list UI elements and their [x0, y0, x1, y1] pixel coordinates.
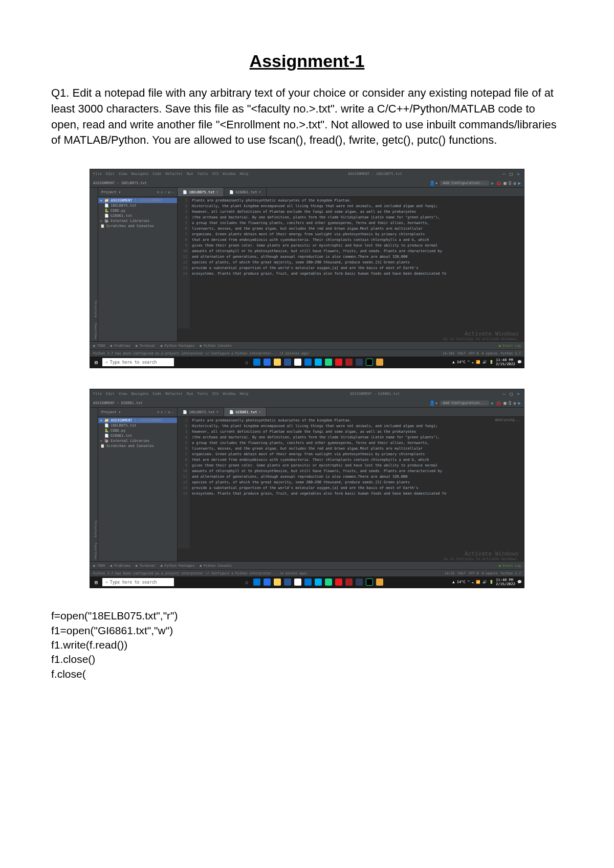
tree-item[interactable]: 📄 GI6861.txt — [98, 433, 177, 438]
gear-icon[interactable]: ✿ — [168, 410, 170, 414]
menu-run[interactable]: Run — [187, 392, 193, 396]
maximize-icon[interactable]: □ — [509, 391, 514, 396]
menu-tools[interactable]: Tools — [198, 172, 208, 176]
network-icon[interactable]: 📶 — [476, 360, 480, 364]
taskbar-search[interactable]: ⌕ Type here to search — [102, 578, 174, 586]
structure-tab[interactable]: Structure — [90, 521, 98, 538]
onedrive-icon[interactable]: ☁ — [472, 580, 474, 584]
add-configuration-button[interactable]: Add Configuration... — [440, 400, 489, 406]
explorer-icon[interactable] — [274, 359, 281, 366]
pycharm2-icon[interactable] — [366, 578, 373, 586]
status-item[interactable]: 14:302 — [443, 351, 454, 355]
project-dropdown[interactable]: Project ▾ — [101, 190, 121, 194]
search-icon[interactable]: Q — [509, 400, 511, 406]
close-icon[interactable]: ✕ — [516, 391, 521, 396]
menu-tools[interactable]: Tools — [198, 392, 208, 396]
vscode-icon[interactable] — [304, 578, 312, 586]
editor-tab[interactable]: 📄GI6861.txt× — [224, 408, 267, 416]
close-icon[interactable]: ✕ — [516, 171, 521, 176]
weather-widget[interactable]: ▲ 14°C — [452, 360, 465, 364]
bottom-tab-python-packages[interactable]: ● Python Packages — [161, 564, 195, 568]
bottom-tab-python-packages[interactable]: ● Python Packages — [161, 344, 195, 348]
hide-icon[interactable]: — — [172, 410, 174, 414]
debug-icon[interactable]: 🐞 — [496, 400, 501, 406]
explorer-icon[interactable] — [274, 578, 281, 586]
gear-icon[interactable]: ✿ — [168, 190, 170, 194]
app-icon[interactable] — [356, 578, 363, 586]
taskbar-search[interactable]: ⌕ Type here to search — [102, 358, 174, 366]
menu-vcs[interactable]: VCS — [212, 172, 219, 176]
search-icon[interactable]: Q — [509, 181, 511, 186]
collapse-icon[interactable]: ⇵ — [161, 190, 163, 194]
tab-close-icon[interactable]: × — [259, 190, 261, 194]
start-button[interactable]: ⊞ — [92, 358, 100, 366]
user-icon[interactable]: 👤▾ — [429, 400, 437, 406]
cortana-icon[interactable]: ○ — [243, 359, 250, 366]
menu-help[interactable]: Help — [240, 392, 249, 396]
menu-edit[interactable]: Edit — [106, 392, 115, 396]
edge-icon[interactable] — [253, 578, 260, 586]
word-icon[interactable] — [284, 578, 291, 586]
breadcrumb-file[interactable]: 18ELB075.txt — [121, 181, 147, 185]
start-button[interactable]: ⊞ — [92, 578, 100, 586]
menu-file[interactable]: File — [93, 172, 102, 176]
favorites-tab[interactable]: Favorites — [90, 323, 98, 340]
bottom-tab-terminal[interactable]: ● Terminal — [136, 344, 156, 348]
event-log-button[interactable]: ● Event Log — [499, 344, 521, 348]
bottom-tab-terminal[interactable]: ● Terminal — [136, 564, 156, 568]
run-icon[interactable]: ▶ — [491, 181, 494, 186]
notifications-icon[interactable]: 💬 — [517, 360, 522, 364]
tree-item[interactable]: 🐍 CODE.py — [98, 428, 177, 433]
scope-icon[interactable]: ⊕ — [157, 190, 159, 194]
structure-tab[interactable]: Structure — [90, 301, 98, 318]
menu-edit[interactable]: Edit — [106, 172, 115, 176]
run-icon[interactable]: ▶ — [491, 400, 494, 406]
status-item[interactable]: UTF-8 — [469, 571, 479, 575]
acrobat-icon[interactable] — [335, 359, 342, 366]
stop-icon[interactable]: ■ — [503, 181, 506, 186]
status-item[interactable]: Python 3.7 — [501, 351, 521, 355]
pycharm2-icon[interactable] — [366, 359, 373, 366]
favorites-tab[interactable]: Favorites — [90, 543, 98, 560]
editor-content[interactable]: Analyzing... 1234567891011121314 Plants … — [178, 417, 524, 548]
clock[interactable]: 11:40 PM2/15/2022 — [496, 578, 515, 586]
user-icon[interactable]: 👤▾ — [429, 181, 437, 186]
status-item[interactable]: UTF-8 — [469, 351, 479, 355]
onedrive-icon[interactable]: ☁ — [472, 360, 474, 364]
notifications-icon[interactable]: 💬 — [517, 580, 522, 584]
bottom-tab-python-console[interactable]: ● Python Console — [200, 344, 232, 348]
settings-icon[interactable]: ✿ — [513, 181, 516, 186]
menu-refactor[interactable]: Refactor — [165, 392, 183, 396]
tree-item[interactable]: 📋 Scratches and Consoles — [98, 443, 177, 449]
bottom-tab-problems[interactable]: ● Problems — [110, 564, 130, 568]
tree-item[interactable]: 📋 Scratches and Consoles — [98, 224, 177, 229]
status-item[interactable]: CRLF — [457, 351, 466, 355]
word-icon[interactable] — [284, 359, 291, 366]
skype-icon[interactable] — [315, 359, 322, 366]
edge-icon[interactable] — [253, 359, 260, 366]
battery-icon[interactable]: 🔋 — [489, 580, 494, 584]
minimize-icon[interactable]: — — [501, 171, 507, 176]
settings-icon[interactable]: ✿ — [513, 400, 516, 406]
scope-icon[interactable]: ⊕ — [157, 410, 159, 414]
collapse-icon[interactable]: ⇵ — [161, 410, 163, 414]
tree-item[interactable]: ▸ 📚 External Libraries — [98, 438, 177, 443]
maximize-icon[interactable]: □ — [509, 171, 514, 176]
vscode-icon[interactable] — [304, 359, 312, 366]
tray-chevron-icon[interactable]: ^ — [468, 580, 470, 584]
menu-window[interactable]: Window — [223, 172, 235, 176]
tab-close-icon[interactable]: × — [259, 410, 261, 414]
menu-window[interactable]: Window — [223, 392, 235, 396]
editor-tab[interactable]: 📄18ELB075.txt× — [178, 188, 224, 196]
cortana-icon[interactable]: ○ — [243, 578, 250, 586]
event-log-button[interactable]: ● Event Log — [499, 564, 521, 568]
locate-icon[interactable]: ÷ — [164, 190, 166, 194]
status-item[interactable]: CRLF — [457, 571, 466, 575]
status-item[interactable]: Python 3.7 — [501, 571, 521, 575]
bottom-tab-python-console[interactable]: ● Python Console — [200, 564, 232, 568]
menu-help[interactable]: Help — [240, 172, 249, 176]
status-item[interactable]: 4 spaces — [482, 351, 498, 355]
app2-icon[interactable] — [376, 578, 383, 586]
breadcrumb-project[interactable]: ASSIGNMENT — [93, 181, 115, 185]
tree-item[interactable]: 🐍 CODE.py — [98, 208, 177, 213]
